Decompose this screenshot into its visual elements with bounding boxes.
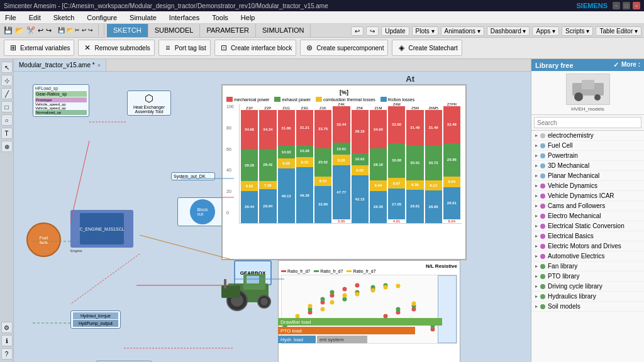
select-tool[interactable]: ⊹ [1,75,13,86]
toolbar-tab-parameter[interactable]: PARAMETER [200,24,256,37]
line-tool[interactable]: ╱ [1,88,13,99]
library-item-pto-library[interactable]: ▸PTO library [531,272,644,282]
engine-block[interactable]: C_ENGINE_MJS1SCL Engine [70,210,133,254]
scatter-dot [321,307,325,312]
zoom-tool[interactable]: ⊕ [1,141,13,152]
tb-btn-external-variables[interactable]: ⊞External variables [4,40,74,56]
settings-icon[interactable]: ⚙ [1,322,13,333]
bar-segment: 34.00 [370,110,387,148]
scatter-dot [384,285,388,290]
toolbar-icon-📂[interactable]: 📂 [15,26,24,35]
lib-dot [540,173,545,178]
bar-segment: 30.51 [406,146,423,180]
tr-btn-update[interactable]: Update [381,26,409,36]
tr-btn-animations-[interactable]: Animations ▾ [441,26,484,36]
svg-line-11 [140,235,234,260]
bar-segment: 10.93 [278,146,295,158]
block-out-node[interactable]: Blockout [177,197,228,226]
toolbar-icon-💾[interactable]: 💾 [4,26,13,35]
lib-arrow-icon: ▸ [535,304,538,309]
tr-btn-↩[interactable]: ↩ [351,26,364,36]
library-item-powertrain[interactable]: ▸Powertrain [531,151,644,161]
toolbar-tab-simulation[interactable]: SIMULATION [256,24,311,37]
minimize-button[interactable]: − [613,2,620,9]
circle-tool[interactable]: ○ [1,114,13,126]
tb-btn-create-interface-block[interactable]: ⊡Create interface block [214,40,296,56]
library-search-input[interactable] [534,117,641,128]
lib-dot [540,284,545,289]
tb-btn-remove-submodels[interactable]: ✕Remove submodels [78,40,154,56]
menu-item-configure[interactable]: Configure [84,14,119,21]
tb-btn-create-statechart[interactable]: ◈Create Statechart [392,40,462,56]
maximize-button[interactable]: □ [623,2,630,9]
bar-top-label-8: 4.91 [393,219,401,223]
library-header-buttons: ✓ More : [613,61,640,69]
library-item-fan-library[interactable]: ▸Fan library [531,261,644,272]
tr-btn-apps-[interactable]: Apps ▾ [532,26,559,36]
info-icon[interactable]: ℹ [1,335,13,346]
menu-item-edit[interactable]: Edit [26,14,43,21]
menu-item-sketch[interactable]: Sketch [51,14,77,21]
library-check-btn[interactable]: ✓ [613,61,619,69]
library-item-vehicle-dynamics-icar[interactable]: ▸Vehicle Dynamics ICAR [531,191,644,201]
library-item-driving-cycle-library[interactable]: ▸Driving cycle library [531,282,644,292]
quick-access-icons[interactable]: 💾 📂 ✂ ↩ ↪ [58,27,93,33]
bar-segment: 31.49 [425,110,442,146]
toolbar-tab-sketch[interactable]: SKETCH [107,24,148,37]
lib-arrow-icon: ▸ [535,253,538,259]
tr-btn-↪[interactable]: ↪ [366,26,379,36]
hydraulic-block[interactable]: Hydraul_torque HydPump_output [70,310,121,329]
library-item-automotive-electrics[interactable]: ▸Automotive Electrics [531,251,644,261]
scatter-dot [330,290,335,295]
library-item-soil-models[interactable]: ▸Soil models [531,302,644,312]
node-heat-exchanger[interactable]: ⬡ Heat ExchangerAssembly Tool [127,90,171,116]
tr-btn-table-editor-[interactable]: Table Editor ▾ [596,26,641,36]
tr-btn-scripts-[interactable]: Scripts ▾ [562,26,593,36]
library-item-electrochemistry[interactable]: ▸electrochemistry [531,131,644,141]
lib-arrow-icon: ▸ [535,203,538,209]
tb-btn-port-tag-list[interactable]: ≡Port tag list [158,40,211,56]
library-item-hydraulics-library[interactable]: ▸Hydraulics library [531,292,644,302]
tr-btn-dashboard-[interactable]: Dashboard ▾ [487,26,530,36]
tb-btn-create-supercomponent[interactable]: ⊛Create supercomponent [300,40,388,56]
canvas-content[interactable]: HFLoad_sp Gear-Ratios_sp Prototype Vehic… [14,72,531,362]
library-item-electric-motors-and-drives[interactable]: ▸Electric Motors and Drives [531,241,644,251]
library-item-electro-mechanical[interactable]: ▸Electro Mechanical [531,211,644,221]
system-out-block[interactable]: System_out_DK [171,172,215,180]
library-more-btn[interactable]: More : [621,61,640,69]
rect-tool[interactable]: □ [1,101,13,112]
close-button[interactable]: × [633,2,640,9]
toolbar-icon-↩[interactable]: ↩ [38,26,43,35]
fuel-tank-node[interactable]: Fueltank [26,222,61,257]
doc-tab-active[interactable]: Modular_tractor_v15.ame * × [14,59,106,71]
text-tool[interactable]: T [1,128,13,139]
doc-tab-close[interactable]: × [97,62,101,69]
menu-item-file[interactable]: File [3,14,19,21]
toolbar-tab-submodel[interactable]: SUBMODEL [148,24,201,37]
library-item-cams-and-followers[interactable]: ▸Cams and Followers [531,201,644,211]
bar-group-Z1M: 28.389.4428.1834.00Z1M [370,110,387,223]
bar-segment: 29.94 [259,189,276,223]
cursor-tool[interactable]: ↖ [1,62,13,73]
library-item-fuel-cell[interactable]: ▸Fuel Cell [531,141,644,151]
node-hfload[interactable]: HFLoad_sp Gear-Ratios_sp Prototype Vehic… [33,84,89,117]
bar-segment: 33.75 [314,110,331,148]
menu-item-help[interactable]: Help [238,14,258,21]
tr-btn-plots-[interactable]: Plots ▾ [412,26,438,36]
menu-item-tools[interactable]: Tools [209,14,231,21]
bar-segment: 32.90 [314,186,331,223]
library-item-vehicle-dynamics[interactable]: ▸Vehicle Dynamics [531,181,644,191]
library-item-electrical-basics[interactable]: ▸Electrical Basics [531,231,644,241]
canvas-area[interactable]: Modular_tractor_v15.ame * × HFLoad_sp Ge… [14,59,531,362]
bar-segment: 30.72 [425,146,442,180]
library-item-3d-mechanical[interactable]: ▸3D Mechanical [531,161,644,171]
library-item-planar-mechanical[interactable]: ▸Planar Mechanical [531,171,644,181]
toolbar-icon-↪[interactable]: ↪ [46,26,52,35]
toolbar-icon-✂️[interactable]: ✂️ [26,26,35,35]
menu-item-simulate[interactable]: Simulate [127,14,159,21]
bar-group-Z1K: 32.908.3325.0233.75Z1K [314,110,331,223]
library-item-electrical-static-conversion[interactable]: ▸Electrical Static Conversion [531,221,644,231]
lib-arrow-icon: ▸ [535,233,538,239]
help-icon[interactable]: ? [1,348,13,359]
menu-item-interfaces[interactable]: Interfaces [167,14,202,21]
